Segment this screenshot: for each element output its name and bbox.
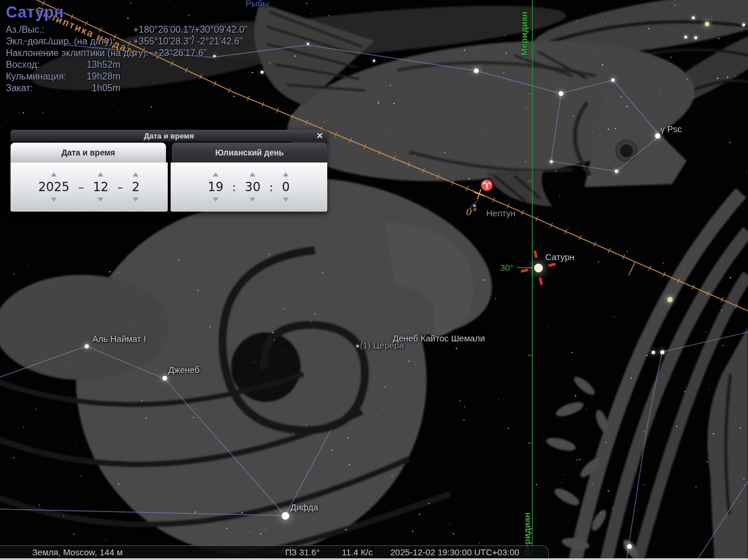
date-value[interactable]: 2025 — [38, 180, 69, 194]
spin-down-arrow[interactable] — [283, 198, 289, 202]
equinox-pointer-line — [470, 200, 478, 208]
spin-separator: : — [232, 180, 236, 194]
status-fps: 11.4 К/с — [342, 547, 373, 557]
equinox-cross — [472, 187, 486, 201]
close-icon[interactable]: ✕ — [316, 130, 323, 141]
spin-separator: – — [117, 180, 123, 194]
ecliptic-long-tick — [629, 262, 635, 275]
status-location: Земля, Moscow, 144 м — [32, 547, 123, 557]
spin-down-arrow[interactable] — [133, 198, 138, 202]
info-row-obliquity: Наклонение эклиптики (на дату): +23°26'1… — [6, 47, 248, 59]
date-spinners: 2025–12–2 — [11, 163, 168, 212]
spin-up-arrow[interactable] — [51, 172, 57, 177]
stellarium-sky-view[interactable]: Рыбыγ PscНептунСатурнАль Наймат IДженеб(… — [0, 0, 748, 560]
dialog-title-bar[interactable]: Дата и время ✕ — [11, 130, 327, 141]
date-spinbox-4: 2 — [132, 172, 140, 202]
tab-date-time[interactable]: Дата и время — [11, 143, 166, 163]
time-value[interactable]: 30 — [245, 180, 261, 194]
time-spinners: 19:30:0 — [171, 163, 328, 212]
date-spinbox-0: 2025 — [38, 172, 69, 202]
spin-up-arrow[interactable] — [283, 172, 289, 177]
constellation-line-sculptor-line-1 — [626, 332, 748, 560]
time-spinbox-2: 30 — [245, 172, 261, 202]
spin-down-arrow[interactable] — [51, 198, 57, 202]
spin-down-arrow[interactable] — [250, 198, 255, 202]
date-spinbox-2: 12 — [93, 172, 109, 202]
spin-up-arrow[interactable] — [213, 172, 219, 177]
time-spinbox-0: 19 — [208, 172, 224, 202]
info-row-rise: Восход: 13h52m — [6, 59, 248, 71]
info-row-az-alt: Аз./Выс.: +180°26'00.1"/+30°09'42.0" — [6, 24, 248, 36]
info-row-ecl-lon-lat: Экл. долг./шир. (на дату): +355°10'28.3"… — [6, 36, 248, 47]
object-info-panel: Сатурн Аз./Выс.: +180°26'00.1"/+30°09'42… — [6, 4, 248, 94]
dialog-title: Дата и время — [144, 132, 194, 140]
status-bar: Земля, Moscow, 144 м ПЗ 31.6° 11.4 К/с 2… — [0, 545, 549, 559]
time-spinbox-4: 0 — [282, 172, 290, 202]
status-fov: ПЗ 31.6° — [285, 547, 320, 557]
dialog-body: 2025–12–2 19:30:0 — [11, 163, 327, 213]
tab-julian-day[interactable]: Юлианский день — [172, 143, 327, 163]
info-row-culmination: Кульминация: 19h28m — [6, 71, 248, 82]
spin-up-arrow[interactable] — [98, 172, 103, 177]
spin-down-arrow[interactable] — [213, 198, 219, 202]
status-datetime: 2025-12-02 19:30:00 UTC+03:00 — [390, 547, 520, 557]
time-value[interactable]: 0 — [282, 180, 290, 194]
constellation-line-cetus-neck — [0, 346, 285, 516]
meridian-label-top: Меридиан — [519, 12, 529, 56]
date-time-dialog: Дата и время ✕ Дата и время Юлианский де… — [11, 130, 327, 213]
constellation-line-cetus-up — [285, 430, 331, 516]
spin-down-arrow[interactable] — [98, 198, 103, 202]
date-value[interactable]: 12 — [93, 180, 109, 194]
spin-separator: : — [269, 180, 273, 194]
dialog-tabs: Дата и время Юлианский день — [11, 141, 327, 163]
time-value[interactable]: 19 — [208, 180, 224, 194]
constellation-line-sculptor-line-2 — [697, 481, 748, 560]
spin-separator: – — [78, 180, 84, 194]
date-value[interactable]: 2 — [132, 180, 140, 194]
spin-up-arrow[interactable] — [133, 172, 138, 177]
spin-up-arrow[interactable] — [250, 172, 255, 177]
object-name: Сатурн — [6, 4, 248, 22]
constellation-line-pisces-circlet — [551, 80, 660, 171]
info-row-set: Закат: 1h05m — [6, 82, 248, 94]
constellation-line-cetus-base — [0, 509, 285, 516]
